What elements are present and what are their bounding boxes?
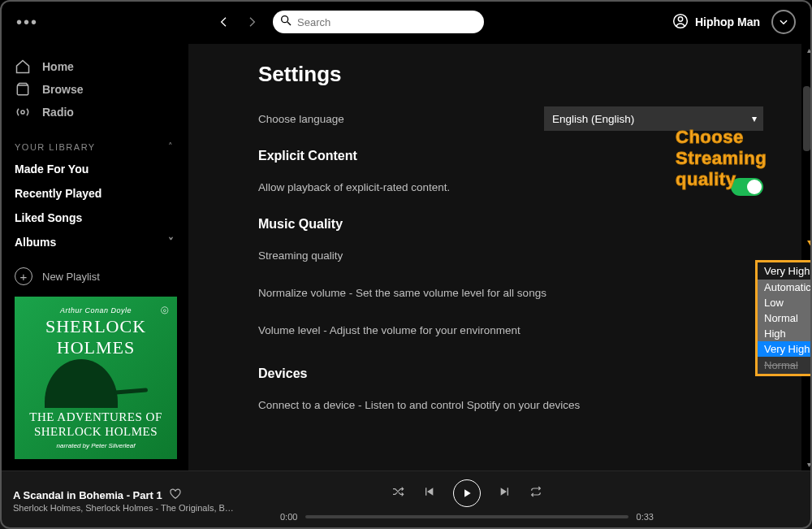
dropdown-option-very-high[interactable]: Very High [758, 341, 812, 357]
library-item-recently-played[interactable]: Recently Played [15, 181, 174, 206]
track-subtitle[interactable]: Sherlock Holmes, Sherlock Holmes - The O… [13, 503, 240, 513]
main: Home Browse Radio YOUR LIBRARY ˄ Made Fo… [0, 44, 812, 470]
svg-rect-3 [17, 85, 28, 95]
sidebar-item-label: Browse [42, 83, 84, 96]
library-items: Made For You Recently Played Liked Songs… [15, 157, 174, 254]
sidebar-item-label: Home [42, 60, 74, 73]
scroll-up-icon[interactable]: ▴ [807, 46, 811, 54]
cover-title-bottom: THE ADVENTURES OF SHERLOCK HOLMES [29, 410, 162, 439]
setting-label: Volume level - Adjust the volume for you… [258, 324, 520, 336]
library-item-liked-songs[interactable]: Liked Songs [15, 206, 174, 230]
setting-label: Normalize volume - Set the same volume l… [258, 287, 546, 299]
setting-label: Streaming quality [258, 249, 343, 262]
cast-icon: ⦾ [161, 305, 169, 316]
sidebar-item-radio[interactable]: Radio [15, 101, 174, 124]
username: Hiphop Man [695, 15, 760, 28]
scrollbar[interactable]: ▴ ▾ [801, 44, 812, 470]
new-playlist-button[interactable]: + New Playlist [15, 267, 174, 285]
setting-label: Connect to a device - Listen to and cont… [258, 399, 580, 411]
library-header-label: YOUR LIBRARY [15, 142, 96, 152]
library-item-label: Made For You [15, 163, 89, 176]
play-button[interactable] [453, 479, 481, 507]
search-input[interactable] [273, 11, 484, 33]
scroll-down-icon[interactable]: ▾ [807, 460, 811, 469]
dropdown-selected[interactable]: Very High ˅ [758, 262, 812, 280]
page-title: Settings [258, 62, 763, 87]
sidebar: Home Browse Radio YOUR LIBRARY ˄ Made Fo… [0, 44, 188, 470]
svg-point-4 [21, 111, 24, 114]
search-icon [279, 14, 292, 30]
player-controls: 0:00 0:33 [257, 479, 677, 522]
sidebar-item-browse[interactable]: Browse [15, 78, 174, 101]
time-elapsed: 0:00 [280, 512, 297, 522]
user-avatar-icon [672, 13, 689, 32]
setting-label: Allow playback of explicit-rated content… [258, 181, 450, 193]
section-music-quality: Music Quality [258, 217, 763, 232]
content: Settings Choose language English (Englis… [188, 44, 812, 470]
sidebar-item-home[interactable]: Home [15, 55, 174, 78]
setting-row-normalize: Normalize volume - Set the same volume l… [258, 274, 763, 311]
library-item-albums[interactable]: Albums˅ [15, 230, 174, 254]
library-header: YOUR LIBRARY ˄ [15, 141, 174, 152]
track-title[interactable]: A Scandal in Bohemia - Part 1 [13, 489, 162, 501]
dropdown-option-high[interactable]: High [758, 326, 812, 341]
cover-title-top: SHERLOCK HOLMES [45, 316, 146, 358]
heart-icon[interactable] [169, 488, 182, 503]
library-item-made-for-you[interactable]: Made For You [15, 157, 174, 181]
back-button[interactable] [214, 12, 234, 32]
repeat-button[interactable] [529, 485, 542, 501]
dropdown-option-low[interactable]: Low [758, 295, 812, 310]
svg-point-2 [678, 16, 682, 20]
dropdown-option-normal[interactable]: Normal [758, 310, 812, 326]
track-info: A Scandal in Bohemia - Part 1 Sherlock H… [13, 488, 257, 513]
library-item-label: Albums [15, 236, 56, 249]
dropdown-option-behind: Normal [758, 357, 812, 374]
window-menu-dots[interactable]: ••• [16, 13, 65, 32]
nav-arrows [214, 12, 261, 32]
now-playing-cover[interactable]: ⦾ Arthur Conan Doyle SHERLOCK HOLMES THE… [15, 297, 177, 459]
plus-icon: + [15, 267, 32, 285]
new-playlist-label: New Playlist [42, 271, 100, 283]
next-button[interactable] [499, 485, 512, 501]
dropdown-option-automatic[interactable]: Automatic [758, 280, 812, 295]
progress-bar[interactable]: 0:00 0:33 [280, 512, 654, 522]
setting-row-volume-level: Volume level - Adjust the volume for you… [258, 311, 763, 349]
cover-author: Arthur Conan Doyle [60, 306, 132, 314]
search-wrap [273, 11, 484, 33]
time-total: 0:33 [637, 512, 654, 522]
topbar: ••• Hiphop Man [0, 0, 812, 44]
progress-track[interactable] [305, 515, 628, 518]
library-item-label: Recently Played [15, 187, 102, 200]
cover-art-illustration [24, 362, 167, 408]
setting-label: Choose language [258, 113, 344, 125]
app-window: ••• Hiphop Man [0, 0, 812, 529]
setting-row-streaming-quality: Streaming quality [258, 236, 763, 274]
library-item-label: Liked Songs [15, 211, 82, 224]
previous-button[interactable] [422, 485, 435, 501]
setting-row-connect-device: Connect to a device - Listen to and cont… [258, 386, 763, 423]
section-devices: Devices [258, 366, 763, 381]
dropdown-selected-label: Very High [764, 265, 810, 277]
annotation-label: Choose Streaming quality [676, 127, 812, 190]
sidebar-item-label: Radio [42, 106, 74, 119]
shuffle-button[interactable] [391, 485, 404, 501]
user-menu[interactable]: Hiphop Man [672, 10, 796, 34]
player-bar: A Scandal in Bohemia - Part 1 Sherlock H… [0, 470, 812, 529]
chevron-up-icon[interactable]: ˄ [168, 141, 175, 152]
forward-button[interactable] [242, 12, 261, 32]
user-chevron-icon[interactable] [771, 10, 796, 34]
chevron-down-icon[interactable]: ˅ [168, 236, 174, 249]
streaming-quality-dropdown[interactable]: Very High ˅ Automatic Low Normal High Ve… [755, 260, 812, 376]
svg-point-0 [282, 16, 288, 23]
cover-narrator: narrated by Peter Silverleaf [57, 442, 136, 449]
